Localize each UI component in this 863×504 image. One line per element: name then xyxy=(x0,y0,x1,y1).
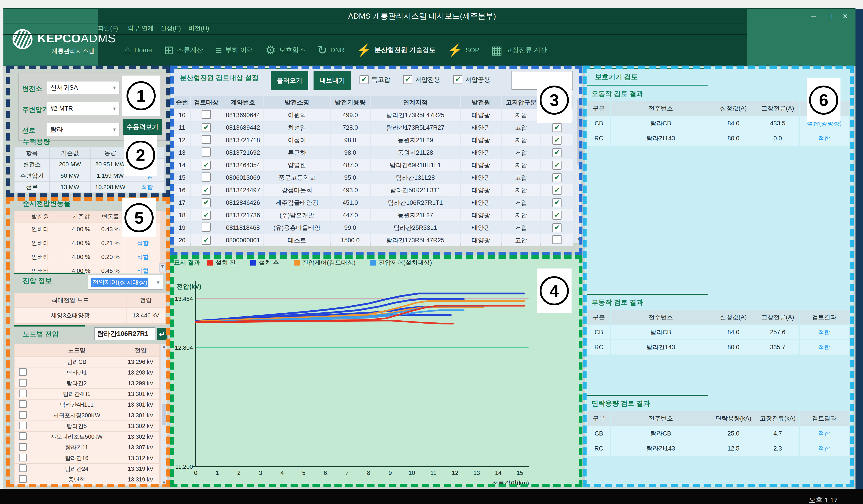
table-row[interactable]: 탐라CB13.296 kV xyxy=(15,357,159,367)
table-row[interactable]: 인버터4.00 %0.45 %적합 xyxy=(15,264,160,274)
row-checkbox[interactable] xyxy=(19,454,27,462)
toolbar-item-power-flow[interactable]: ⊞조류계산 xyxy=(164,44,203,56)
toolbar-item-fault-current[interactable]: ▦고장전류 계산 xyxy=(491,44,547,56)
table-row[interactable]: 170812846426제주감귤태양광451.0탐라간106R27R1T1태양광… xyxy=(174,197,573,209)
table-row[interactable]: 130813721692류근하98.0동원지21L28태양광저압 xyxy=(174,147,573,159)
load-button[interactable]: 불러오기 xyxy=(271,71,308,90)
table-row[interactable]: 탐라간113.298 kV xyxy=(15,367,159,378)
row-checkbox[interactable] xyxy=(19,464,27,472)
scroll-down-icon[interactable]: ▼ xyxy=(577,237,581,242)
row-checkbox[interactable] xyxy=(552,235,562,244)
toolbar-item-der-review[interactable]: ⚡분산형전원 기술검토 xyxy=(357,44,436,56)
filter-checkbox[interactable] xyxy=(403,75,412,84)
row-checkbox[interactable] xyxy=(19,475,27,483)
node-search-enter-button[interactable]: ↵ xyxy=(157,328,167,340)
row-checkbox[interactable] xyxy=(202,198,211,207)
table-row[interactable]: RC탐라간14380.0335.7적합 xyxy=(587,340,849,354)
scroll-thumb[interactable] xyxy=(162,404,166,425)
row-checkbox[interactable] xyxy=(19,411,27,419)
table-row[interactable]: 180813721736(주)담훈개발447.0동원지21L27태양광저압 xyxy=(174,209,573,221)
close-button[interactable]: × xyxy=(838,11,852,21)
row-checkbox[interactable] xyxy=(202,135,211,144)
scroll-thumb[interactable] xyxy=(577,99,581,164)
table-row[interactable]: CB탐라CB84.0257.6적합 xyxy=(587,325,849,340)
table-row[interactable]: 140813464354양명헌487.0탐라간69R18H1L1태양광저압 xyxy=(174,159,573,171)
substation-select[interactable]: 신서귀SA▾ xyxy=(47,81,120,94)
row-checkbox[interactable] xyxy=(552,198,562,207)
filter-checkbox[interactable] xyxy=(360,75,368,84)
table-row[interactable]: 190811818468(유)용흥마을태양99.0탐라간25R33L1태양광저압 xyxy=(174,222,573,234)
table-row[interactable]: RC탐라간14380.00.0적합 xyxy=(587,131,849,146)
toolbar-item-load-history[interactable]: ≡부하 이력 xyxy=(215,44,253,56)
table-row[interactable]: 120813721718이정아98.0동원지21L29태양광저압 xyxy=(174,134,573,146)
row-checkbox[interactable] xyxy=(202,173,211,181)
row-checkbox[interactable] xyxy=(19,390,27,397)
toolbar-item-protection[interactable]: ⚙보호협조 xyxy=(265,44,305,56)
row-checkbox[interactable] xyxy=(19,368,27,376)
table-row[interactable]: 탐라간4H113.301 kV xyxy=(15,389,159,399)
row-checkbox[interactable] xyxy=(202,236,211,245)
toolbar-item-home[interactable]: ⌂Home xyxy=(124,44,152,56)
row-checkbox[interactable] xyxy=(202,211,211,220)
table-row[interactable]: 탐라간1613.312 kV xyxy=(15,453,159,463)
row-checkbox[interactable] xyxy=(19,400,27,408)
row-checkbox[interactable] xyxy=(19,421,27,429)
filter-low-voltage-shared[interactable]: 저압공용 xyxy=(453,75,490,84)
row-checkbox[interactable] xyxy=(19,443,27,451)
table-row[interactable]: 인버터4.00 %0.21 %적합 xyxy=(15,236,160,250)
row-checkbox[interactable] xyxy=(552,211,562,220)
table-row[interactable]: 탐라간1113.307 kV xyxy=(15,442,159,453)
row-checkbox[interactable] xyxy=(202,110,211,119)
voltage-display-select[interactable]: 전압제어(설치대상) ▾ xyxy=(88,275,163,290)
table-row[interactable]: 인버터4.00 %0.20 %적합 xyxy=(15,250,160,264)
export-button[interactable]: 내보내기 xyxy=(314,71,351,90)
der-table-scrollbar[interactable]: ▼ xyxy=(576,96,581,242)
row-checkbox[interactable] xyxy=(552,148,562,157)
row-checkbox[interactable] xyxy=(202,186,211,195)
filter-extra-high-voltage[interactable]: 특고압 xyxy=(360,75,390,84)
row-checkbox[interactable] xyxy=(552,223,562,232)
toolbar-item-dnr[interactable]: ↻DNR xyxy=(317,44,345,56)
table-row[interactable]: 세영3호태양광13.446 kV xyxy=(15,307,165,323)
row-checkbox[interactable] xyxy=(552,161,562,170)
node-search-input[interactable]: 탐라간106R27R1 xyxy=(95,327,155,340)
menu-settings[interactable]: 설정(E) xyxy=(160,24,181,32)
table-row[interactable]: 선로13 MW10.208 MW적합 xyxy=(15,181,164,192)
table-row[interactable]: 160813424497강정마을회493.0탐라간50R21L3T1태양광저압 xyxy=(174,184,573,196)
minimize-button[interactable]: – xyxy=(806,11,820,21)
row-checkbox[interactable] xyxy=(202,161,211,170)
table-row[interactable]: 종단점13.319 kV xyxy=(15,475,159,485)
table-row[interactable]: 탐라간213.299 kV xyxy=(15,378,159,388)
toolbar-item-sop[interactable]: ⚡SOP xyxy=(448,44,479,56)
scroll-down-icon[interactable]: ▼ xyxy=(162,480,166,486)
table-row[interactable]: CB탐라CB25.04.7적합 xyxy=(587,426,849,441)
line-select[interactable]: 탐라▾ xyxy=(47,123,120,136)
view-capacity-button[interactable]: 수용력보기 xyxy=(123,119,162,135)
menu-version[interactable]: 버전(H) xyxy=(188,24,209,32)
table-row[interactable]: 100813690644이원익499.0탐라간173R5L47R25태양광저압 xyxy=(174,109,573,121)
node-table-scrollbar[interactable]: ▲ ▼ xyxy=(161,343,167,486)
row-checkbox[interactable] xyxy=(19,379,27,387)
table-row[interactable]: 110813689442최성임728.0탐라간173R5L47R27태양광고압 xyxy=(174,122,573,134)
main-transformer-select[interactable]: #2 MTR▾ xyxy=(47,102,120,115)
row-checkbox[interactable] xyxy=(552,123,562,132)
flicker-scroll-down[interactable]: ▼ xyxy=(159,264,166,272)
row-checkbox[interactable] xyxy=(552,136,562,145)
table-row[interactable]: 탐라간2413.319 kV xyxy=(15,464,159,474)
row-checkbox[interactable] xyxy=(552,186,562,195)
table-row[interactable]: 샤모니리조트500kW13.302 kV xyxy=(15,432,159,442)
maximize-button[interactable]: □ xyxy=(823,11,836,21)
table-row[interactable]: 200800000001테스트1500.0탐라간173R5L47R25태양광고압 xyxy=(174,234,573,246)
row-checkbox[interactable] xyxy=(552,173,562,182)
filter-low-voltage-dedicated[interactable]: 저압전용 xyxy=(403,75,440,84)
filter-checkbox[interactable] xyxy=(453,75,462,84)
table-row[interactable]: 탐라간513.302 kV xyxy=(15,421,159,431)
table-row[interactable]: 150806013069중문고등학교95.0탐라간131L28태양광고압 xyxy=(174,172,573,184)
menu-file[interactable]: 파일(F) xyxy=(98,24,118,32)
menu-external-link[interactable]: 외부 연계 xyxy=(127,24,154,32)
table-row[interactable]: 서귀포시장300KW13.301 kV xyxy=(15,410,159,420)
table-row[interactable]: 탐라간4H1L113.301 kV xyxy=(15,400,159,410)
row-checkbox[interactable] xyxy=(202,223,211,232)
row-checkbox[interactable] xyxy=(19,432,27,440)
row-checkbox[interactable] xyxy=(202,123,211,132)
